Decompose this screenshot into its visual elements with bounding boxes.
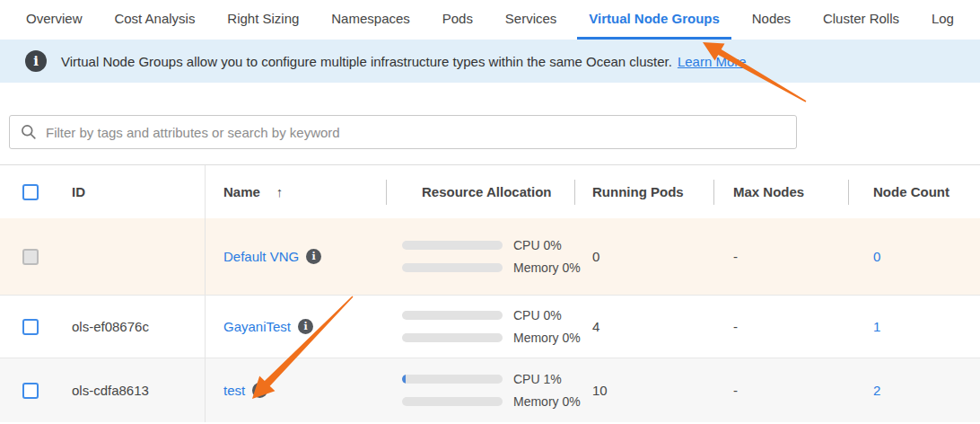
table-row: ols-ef08676c GayaniTest i CPU 0% Memory … [0,295,980,358]
memory-bar [402,263,503,272]
tab-virtual-node-groups[interactable]: Virtual Node Groups [577,0,731,40]
row-checkbox [22,249,39,265]
running-pods-value: 10 [574,358,713,422]
resource-allocation: CPU 0% Memory 0% [402,238,581,275]
cpu-bar [402,375,503,384]
cpu-label: CPU 0% [513,238,562,252]
banner-text: Virtual Node Groups allow you to configu… [61,54,747,69]
running-pods-value: 0 [574,218,713,295]
node-count-link[interactable]: 0 [873,249,880,264]
info-banner: i Virtual Node Groups allow you to confi… [0,40,980,83]
header-resource-allocation: Resource Allocation [386,165,574,218]
row-id [50,218,205,295]
header-max-nodes: Max Nodes [713,165,848,218]
vng-info-icon[interactable]: i [298,319,313,334]
table-body: Default VNG i CPU 0% Memory 0% 0 - 0 ols… [0,218,980,422]
max-nodes-value: - [713,358,848,422]
running-pods-value: 4 [574,296,713,358]
memory-bar [402,333,503,342]
max-nodes-value: - [713,296,848,358]
row-checkbox[interactable] [22,383,39,399]
tab-right-sizing[interactable]: Right Sizing [215,0,311,40]
filter-section [0,83,980,149]
filter-searchbox[interactable] [9,115,797,149]
resource-allocation: CPU 1% Memory 0% [402,372,581,409]
node-count-link[interactable]: 2 [873,383,880,398]
filter-input[interactable] [46,125,785,140]
tab-pods[interactable]: Pods [431,0,485,40]
cpu-bar [402,311,503,320]
vng-name-link[interactable]: test [223,383,245,398]
search-icon [21,124,37,140]
vng-name-link[interactable]: GayaniTest [223,319,291,334]
row-id: ols-ef08676c [50,296,205,358]
header-node-count: Node Count [848,165,980,218]
header-id: ID [50,165,205,218]
max-nodes-value: - [713,218,848,295]
row-checkbox[interactable] [22,319,39,335]
tab-cluster-rolls[interactable]: Cluster Rolls [811,0,911,40]
cpu-label: CPU 0% [513,308,562,322]
info-icon: i [25,50,47,72]
node-count-link[interactable]: 1 [873,319,880,334]
header-name[interactable]: Name ↑ [205,165,386,218]
memory-label: Memory 0% [513,394,581,409]
table-row: Default VNG i CPU 0% Memory 0% 0 - 0 [0,218,980,295]
memory-bar [402,397,503,406]
select-all-checkbox[interactable] [22,184,39,200]
cluster-tab-bar: OverviewCost AnalysisRight SizingNamespa… [0,0,980,40]
header-running-pods: Running Pods [574,165,713,218]
tab-namespaces[interactable]: Namespaces [319,0,422,40]
tab-log[interactable]: Log [920,0,966,40]
table-row: ols-cdfa8613 test i CPU 1% Memory 0% 10 … [0,358,980,422]
memory-label: Memory 0% [513,261,581,275]
vng-info-icon[interactable]: i [252,383,267,398]
cpu-label: CPU 1% [513,372,562,386]
resource-allocation: CPU 0% Memory 0% [402,308,581,345]
vng-table: ID Name ↑ Resource Allocation Running Po… [0,164,980,422]
memory-label: Memory 0% [513,331,581,345]
sort-ascending-icon[interactable]: ↑ [276,184,284,199]
tab-nodes[interactable]: Nodes [740,0,802,40]
virtual-node-groups-page: OverviewCost AnalysisRight SizingNamespa… [0,0,980,424]
learn-more-link[interactable]: Learn More [678,54,747,69]
table-header-row: ID Name ↑ Resource Allocation Running Po… [0,165,980,218]
vng-name-link[interactable]: Default VNG [223,249,299,264]
cpu-bar [402,241,503,250]
row-id: ols-cdfa8613 [50,358,205,422]
tab-services[interactable]: Services [494,0,569,40]
vng-info-icon[interactable]: i [306,249,321,264]
tab-cost-analysis[interactable]: Cost Analysis [102,0,206,40]
tab-overview[interactable]: Overview [14,0,94,40]
